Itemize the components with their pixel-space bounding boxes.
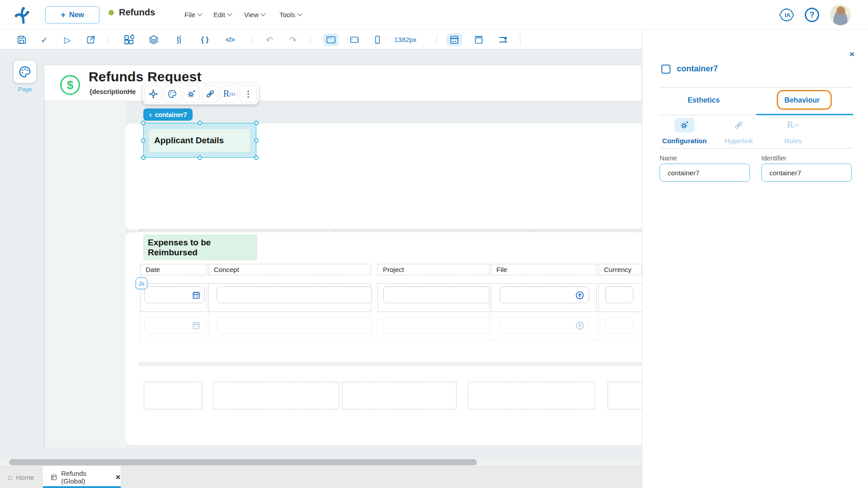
header-section-button[interactable] [471,33,486,46]
phone-view-button[interactable] [370,33,385,46]
tab-esthetics[interactable]: Esthetics [688,96,720,104]
concept-cell[interactable] [208,283,371,312]
name-field-input[interactable] [660,164,750,182]
file-cell[interactable] [491,313,597,341]
resize-handle[interactable] [254,138,259,143]
concept-input[interactable] [217,286,372,303]
currency-cell[interactable] [599,313,642,341]
tab-home-label: Home [16,474,34,481]
expenses-heading[interactable]: Expenses to be Reimbursed [143,235,257,260]
tab-home[interactable]: ⌂ Home [0,466,42,488]
column-header-file[interactable]: File [491,264,597,275]
help-icon[interactable]: ? [805,8,819,22]
page-title[interactable]: Refunds Request [89,69,202,84]
upload-icon[interactable] [575,291,585,300]
currency-cell[interactable] [599,283,642,312]
hyperlink-button[interactable] [202,85,219,103]
user-avatar[interactable] [830,5,851,25]
date-cell[interactable] [140,283,207,312]
placeholder-cell[interactable] [342,382,457,409]
export-button[interactable] [83,33,99,46]
column-header-project[interactable]: Project [377,264,490,275]
tab-refunds-global[interactable]: Refunds (Global) ✕ [43,466,121,488]
column-header-date[interactable]: Date [140,264,207,275]
js-script-badge[interactable]: Js [136,277,147,289]
validate-button[interactable]: ✓ [37,33,52,46]
source-code-button[interactable]: </> [222,33,238,46]
subtab-configuration-label: Configuration [662,137,707,145]
date-input[interactable] [144,286,205,303]
placeholder-cell[interactable] [468,382,595,409]
subtab-configuration[interactable]: Configuration [655,118,714,145]
date-cell[interactable] [140,313,207,341]
concept-input[interactable] [217,317,372,333]
esthetics-button[interactable] [164,85,181,103]
resize-handle[interactable] [254,121,259,125]
redo-button[interactable]: ↷ [285,33,301,46]
currency-input[interactable] [605,286,633,303]
widgets-button[interactable] [121,33,137,46]
tablet-view-button[interactable] [347,33,362,46]
ai-assistant-icon[interactable]: IA [778,7,797,25]
subtab-hyperlink[interactable]: Hyperlink [709,118,768,145]
resize-handle[interactable] [141,121,146,125]
placeholder-cell[interactable] [144,382,202,409]
resize-handle[interactable] [254,155,259,160]
project-input[interactable] [383,317,490,333]
resize-handle[interactable] [198,121,202,125]
save-button[interactable] [14,33,29,46]
file-cell[interactable] [491,283,597,312]
calendar-icon[interactable] [192,291,201,300]
currency-input[interactable] [605,317,633,333]
close-panel-icon[interactable]: × [849,50,854,58]
applicant-details-heading[interactable]: Applicant Details [149,129,250,152]
menu-edit[interactable]: Edit [213,7,231,22]
menu-file[interactable]: File [184,7,202,22]
container-breadcrumb-chip[interactable]: ‹ container7 [143,108,193,121]
braces-button[interactable]: { } [197,33,212,46]
date-input[interactable] [144,317,205,333]
concept-cell[interactable] [208,313,371,341]
scrollbar-thumb[interactable] [9,459,477,465]
more-options-button[interactable]: ⋮ [240,85,257,103]
flow-button[interactable] [171,33,187,46]
subtab-rules[interactable]: R(x) Rules [764,118,822,145]
page-subtitle-token[interactable]: {descriptionHe [90,88,136,95]
element-checkbox[interactable] [661,65,670,74]
desktop-view-button[interactable] [323,33,339,46]
rules-x-glyph: (x) [793,123,799,127]
project-input[interactable] [383,286,490,303]
page-layout-button[interactable] [447,33,462,46]
file-input[interactable] [500,286,589,303]
page-style-button[interactable] [14,61,36,83]
placeholder-cell[interactable] [608,382,642,409]
project-cell[interactable] [377,313,490,341]
editor-toolbar: ✓ ▷ { } </> ↶ ↷ 1382px [0,30,642,50]
inspector-title: container7 [677,64,718,74]
move-button[interactable] [145,85,162,103]
rules-r-glyph: R [787,121,793,129]
resize-handle[interactable] [141,155,146,160]
menu-view[interactable]: View [244,7,265,22]
selected-element-overlay[interactable]: Applicant Details [143,123,256,158]
undo-icon: ↶ [266,36,273,44]
align-distribute-button[interactable] [495,33,511,46]
layers-button[interactable] [146,33,161,46]
app-logo-icon[interactable] [13,5,33,25]
rules-button[interactable]: R(x) [221,85,238,103]
placeholder-cell[interactable] [213,382,339,409]
settings-button[interactable] [183,85,200,103]
preview-button[interactable]: ▷ [60,33,75,46]
resize-handle[interactable] [141,138,146,143]
column-header-currency[interactable]: Currency [599,264,642,275]
resize-handle[interactable] [198,155,202,160]
new-button[interactable]: + New [45,6,99,23]
file-input[interactable] [500,317,589,333]
close-tab-icon[interactable]: ✕ [115,474,121,481]
column-header-concept[interactable]: Concept [208,264,371,275]
undo-button[interactable]: ↶ [262,33,277,46]
project-cell[interactable] [377,283,490,312]
viewport-width-value[interactable]: 1382px [394,36,416,43]
menu-tools[interactable]: Tools [279,7,302,22]
identifier-field-input[interactable] [761,164,852,182]
